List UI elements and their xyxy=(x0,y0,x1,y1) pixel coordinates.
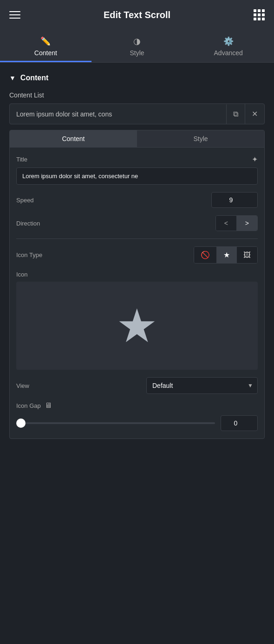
view-label: View xyxy=(16,382,29,389)
direction-right-button[interactable]: > xyxy=(237,216,257,231)
icon-type-none-button[interactable]: 🚫 xyxy=(194,247,217,263)
inner-tab-style[interactable]: Style xyxy=(137,130,264,147)
view-field-row: View Default Desktop Tablet Mobile ▼ xyxy=(16,377,258,394)
ai-sparkle-icon[interactable]: ✦ xyxy=(252,155,258,164)
icon-label: Icon xyxy=(16,271,258,278)
section-title: ▼ Content xyxy=(9,74,265,82)
icon-type-buttons: 🚫 ★ 🖼 xyxy=(194,246,258,264)
icon-type-field-row: Icon Type 🚫 ★ 🖼 xyxy=(16,246,258,264)
content-tab-icon: ✏️ xyxy=(40,36,51,46)
direction-left-button[interactable]: < xyxy=(216,216,237,231)
copy-item-button[interactable]: ⧉ xyxy=(226,104,245,124)
list-item-text: Lorem ipsum dolor sit amet, cons xyxy=(10,105,226,123)
section-title-text: Content xyxy=(20,74,48,82)
speed-label: Speed xyxy=(16,197,34,204)
inner-tabs: Content Style xyxy=(10,130,264,148)
view-select-wrapper: Default Desktop Tablet Mobile ▼ xyxy=(146,377,258,394)
inner-panel: Content Style Title ✦ Speed xyxy=(9,130,265,439)
list-item-row: Lorem ipsum dolor sit amet, cons ⧉ ✕ xyxy=(9,103,265,124)
slider-track[interactable] xyxy=(26,422,215,424)
header: Edit Text Scroll xyxy=(0,0,274,30)
style-tab-icon: ◑ xyxy=(133,36,141,46)
title-field-row: Title ✦ xyxy=(16,155,258,185)
tab-style[interactable]: ◑ Style xyxy=(91,30,183,62)
title-input[interactable] xyxy=(16,167,258,185)
direction-field-row: Direction < > xyxy=(16,215,258,231)
grid-apps-icon[interactable] xyxy=(254,9,265,20)
tab-advanced[interactable]: ⚙️ Advanced xyxy=(183,30,274,62)
advanced-tab-icon: ⚙️ xyxy=(223,36,234,46)
speed-field-row: Speed xyxy=(16,192,258,208)
content-list-label: Content List xyxy=(9,91,265,99)
icon-type-label: Icon Type xyxy=(16,251,42,258)
view-select[interactable]: Default Desktop Tablet Mobile xyxy=(146,377,258,394)
bottom-spacer xyxy=(0,439,274,457)
slider-container[interactable] xyxy=(16,419,215,428)
star-preview-icon: ★ xyxy=(116,299,158,353)
direction-buttons: < > xyxy=(215,215,258,231)
hamburger-menu-icon[interactable] xyxy=(9,11,20,19)
icon-preview-area: ★ xyxy=(16,282,258,370)
icon-gap-label: Icon Gap xyxy=(16,402,41,409)
inner-tab-content[interactable]: Content xyxy=(10,130,137,147)
content-tab-label: Content xyxy=(34,49,57,57)
slider-thumb[interactable] xyxy=(16,419,26,428)
icon-field-row: Icon ★ xyxy=(16,271,258,370)
advanced-tab-label: Advanced xyxy=(214,49,243,57)
speed-input[interactable] xyxy=(211,192,258,208)
form-section: Title ✦ Speed Direction < > xyxy=(10,148,264,438)
icon-gap-value-input[interactable] xyxy=(221,415,258,431)
tab-content[interactable]: ✏️ Content xyxy=(0,30,91,62)
style-tab-label: Style xyxy=(130,49,144,57)
title-field-label: Title ✦ xyxy=(16,155,258,164)
icon-type-star-button[interactable]: ★ xyxy=(217,247,237,263)
page-title: Edit Text Scroll xyxy=(104,10,170,20)
icon-gap-label-row: Icon Gap 🖥 xyxy=(16,401,258,410)
content-section: ▼ Content Content List Lorem ipsum dolor… xyxy=(0,63,274,439)
direction-label: Direction xyxy=(16,220,40,227)
icon-type-image-button[interactable]: 🖼 xyxy=(237,247,257,263)
field-divider xyxy=(16,238,258,239)
remove-item-button[interactable]: ✕ xyxy=(245,104,264,124)
slider-row xyxy=(16,415,258,431)
monitor-icon: 🖥 xyxy=(45,401,52,410)
main-tabs: ✏️ Content ◑ Style ⚙️ Advanced xyxy=(0,30,274,63)
section-arrow-icon: ▼ xyxy=(9,74,16,82)
